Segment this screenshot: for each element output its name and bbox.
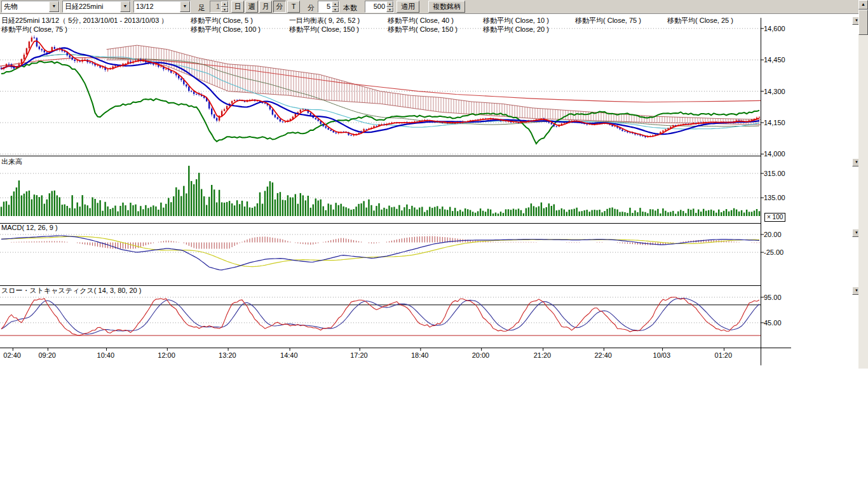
- indicator-label: 移動平均( Close, 40 ): [388, 16, 454, 25]
- indicator-label: 移動平均( Close, 100 ): [191, 25, 261, 34]
- period-week-button[interactable]: 週: [245, 1, 258, 13]
- toolbar: 先物 ▼ 日経225mini ▼ 13/12 ▼ 足 1 ▲▼ 日 週 月 分 …: [0, 0, 858, 14]
- indicator-label: 移動平均( Close, 5 ): [191, 16, 253, 25]
- bar-interval-value: 1: [210, 1, 221, 12]
- bar-count-label: 本数: [343, 3, 357, 13]
- period-tick-button[interactable]: T: [287, 1, 300, 13]
- symbol-select-value: 日経225mini: [63, 1, 120, 12]
- volume-multiplier-badge: × 100: [764, 213, 785, 222]
- scrollbar-thumb[interactable]: [858, 10, 868, 35]
- chevron-down-icon[interactable]: ▼: [180, 1, 190, 12]
- indicator-label: 移動平均( Close, 150 ): [388, 25, 458, 34]
- bar-interval-input[interactable]: 1 ▲▼: [210, 1, 229, 13]
- category-select[interactable]: 先物 ▼: [1, 1, 60, 13]
- scrollbar[interactable]: ▲: [858, 0, 868, 369]
- contract-month-select[interactable]: 13/12 ▼: [133, 1, 191, 13]
- chevron-down-icon[interactable]: ▼: [120, 1, 130, 12]
- bar-count-value: 500: [365, 1, 386, 12]
- apply-button[interactable]: 適用: [397, 1, 419, 13]
- chevron-down-icon[interactable]: ▼: [49, 1, 59, 12]
- volume-panel-label: 出来高: [1, 157, 22, 166]
- spin-up-icon[interactable]: ▲: [221, 1, 228, 7]
- symbol-select[interactable]: 日経225mini ▼: [62, 1, 131, 13]
- spin-up-icon[interactable]: ▲: [332, 1, 339, 7]
- indicator-label: 移動平均( Close, 20 ): [483, 25, 549, 34]
- bar-type-label: 足: [198, 3, 205, 13]
- macd-panel-label: MACD( 12, 26, 9 ): [1, 224, 58, 231]
- multi-symbol-button[interactable]: 複数銘柄: [428, 1, 465, 13]
- minute-label: 分: [308, 3, 315, 13]
- period-day-button[interactable]: 日: [231, 1, 244, 13]
- indicator-label: 移動平均( Close, 75 ): [1, 25, 67, 34]
- period-minute-button[interactable]: 分: [273, 1, 286, 13]
- indicator-label: 移動平均( Close, 150 ): [289, 25, 359, 34]
- indicator-label: 移動平均( Close, 25 ): [667, 16, 733, 25]
- chart-app: 14,60014,45014,30014,15014,000315.00135.…: [0, 0, 868, 488]
- chart-title: 日経225mini 13/12（ 5分, 2013/10/01 - 2013/1…: [1, 16, 168, 25]
- period-month-button[interactable]: 月: [259, 1, 272, 13]
- spin-down-icon[interactable]: ▼: [386, 7, 393, 13]
- spin-down-icon[interactable]: ▼: [332, 7, 339, 13]
- minute-interval-value: 5: [318, 1, 332, 12]
- spin-down-icon[interactable]: ▼: [221, 7, 228, 13]
- indicator-label: 一目均衡表( 9, 26, 52 ): [289, 16, 360, 25]
- bar-count-input[interactable]: 500 ▲▼: [365, 1, 394, 13]
- indicator-label: 移動平均( Close, 75 ): [575, 16, 641, 25]
- chart-canvas[interactable]: [0, 0, 868, 488]
- spin-up-icon[interactable]: ▲: [386, 1, 393, 7]
- scroll-up-icon[interactable]: ▲: [858, 0, 868, 10]
- stochastics-panel-label: スロー・ストキャスティクス( 14, 3, 80, 20 ): [1, 286, 141, 295]
- contract-month-value: 13/12: [134, 1, 180, 12]
- indicator-label: 移動平均( Close, 10 ): [483, 16, 549, 25]
- minute-interval-input[interactable]: 5 ▲▼: [318, 1, 339, 13]
- category-select-value: 先物: [2, 1, 49, 12]
